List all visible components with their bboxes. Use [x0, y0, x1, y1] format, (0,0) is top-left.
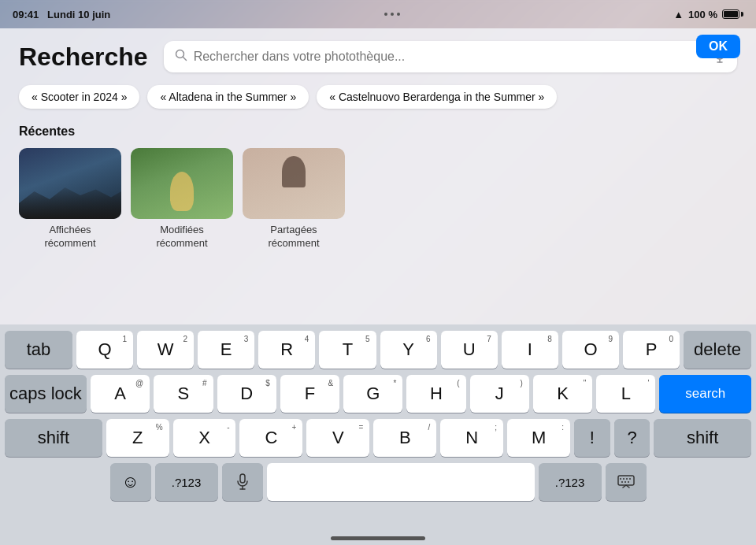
- keyboard: tab 1 Q 2 W 3 E 4 R 5 T 6 Y 7 U: [0, 324, 756, 545]
- key-u[interactable]: 7 U: [441, 331, 498, 369]
- key-o[interactable]: 9 O: [562, 331, 619, 369]
- keyboard-row-3: shift % Z - X + C = V / B ; N : M: [5, 419, 751, 457]
- search-key[interactable]: search: [659, 375, 751, 413]
- delete-key[interactable]: delete: [684, 331, 751, 369]
- key-d[interactable]: $ D: [217, 375, 276, 413]
- key-question[interactable]: ?: [614, 419, 650, 457]
- key-h[interactable]: ( H: [406, 375, 465, 413]
- chip-1[interactable]: « Scooter in 2024 »: [19, 85, 139, 109]
- key-c[interactable]: + C: [239, 419, 302, 457]
- keyboard-row-2: caps lock @ A # S $ D & F * G ( H ) J: [5, 375, 751, 413]
- mic-key[interactable]: [222, 463, 263, 501]
- key-j[interactable]: ) J: [470, 375, 529, 413]
- suggestion-chips: « Scooter in 2024 » « Altadena in the Su…: [19, 85, 737, 109]
- status-bar: 09:41 Lundi 10 juin ▲ 100 %: [0, 0, 756, 28]
- key-v[interactable]: = V: [306, 419, 369, 457]
- list-item[interactable]: Modifiéesrécomment: [131, 148, 233, 250]
- thumbnail-3[interactable]: [243, 148, 345, 219]
- page-title: Recherche: [19, 43, 148, 72]
- key-n[interactable]: ; N: [440, 419, 503, 457]
- search-input[interactable]: [194, 50, 707, 64]
- svg-rect-8: [618, 476, 634, 485]
- key-a[interactable]: @ A: [91, 375, 150, 413]
- key-s[interactable]: # S: [154, 375, 213, 413]
- wifi-icon: ▲: [673, 9, 684, 20]
- status-time-date: 09:41 Lundi 10 juin: [13, 9, 110, 20]
- key-w[interactable]: 2 W: [137, 331, 194, 369]
- thumbnail-label-1: Affichéesrécomment: [44, 224, 95, 250]
- search-icon: [175, 49, 187, 65]
- chip-3[interactable]: « Castelnuovo Berardenga in the Summer »: [317, 85, 557, 109]
- dot-1: [384, 13, 387, 16]
- key-z[interactable]: % Z: [106, 419, 169, 457]
- thumbnail-1[interactable]: [19, 148, 121, 219]
- thumbnail-2[interactable]: [131, 148, 233, 219]
- numbers-key-left[interactable]: .?123: [155, 463, 218, 501]
- title-search-row: Recherche: [19, 41, 737, 72]
- list-item[interactable]: Partagéesrécomment: [243, 148, 345, 250]
- key-l[interactable]: ' L: [596, 375, 655, 413]
- key-p[interactable]: 0 P: [623, 331, 680, 369]
- key-exclaim[interactable]: !: [574, 419, 610, 457]
- chip-2[interactable]: « Altadena in the Summer »: [147, 85, 309, 109]
- svg-rect-5: [240, 474, 245, 483]
- battery-indicator: [722, 9, 743, 19]
- key-e[interactable]: 3 E: [198, 331, 254, 369]
- key-g[interactable]: * G: [343, 375, 402, 413]
- battery-tip: [741, 12, 743, 17]
- search-bar[interactable]: [164, 41, 737, 72]
- numbers-key-right[interactable]: .?123: [539, 463, 602, 501]
- thumbnail-label-3: Partagéesrécomment: [268, 224, 319, 250]
- status-center-dots: [384, 13, 400, 16]
- battery-body: [722, 9, 739, 19]
- thumbnail-label-2: Modifiéesrécomment: [156, 224, 207, 250]
- ok-button[interactable]: OK: [696, 35, 740, 58]
- dot-2: [391, 13, 394, 16]
- space-key[interactable]: [267, 463, 535, 501]
- shift-left-key[interactable]: shift: [5, 419, 102, 457]
- battery-percent: 100 %: [688, 9, 717, 20]
- key-i[interactable]: 8 I: [502, 331, 558, 369]
- key-t[interactable]: 5 T: [319, 331, 376, 369]
- key-m[interactable]: : M: [507, 419, 570, 457]
- tab-key[interactable]: tab: [5, 331, 72, 369]
- keyboard-row-4: ☺ .?123 .?123: [5, 463, 751, 501]
- status-date: Lundi 10 juin: [47, 9, 110, 20]
- keyboard-row-1: tab 1 Q 2 W 3 E 4 R 5 T 6 Y 7 U: [5, 331, 751, 369]
- battery-fill: [724, 11, 738, 17]
- list-item[interactable]: Affichéesrécomment: [19, 148, 121, 250]
- key-k[interactable]: " K: [533, 375, 592, 413]
- thumbnails-row: Affichéesrécomment Modifiéesrécomment Pa…: [19, 148, 737, 250]
- svg-line-1: [183, 57, 186, 61]
- key-r[interactable]: 4 R: [258, 331, 315, 369]
- key-b[interactable]: / B: [373, 419, 436, 457]
- home-indicator: [331, 536, 425, 540]
- dot-3: [397, 13, 400, 16]
- keyboard-dismiss-key[interactable]: [606, 463, 647, 501]
- main-panel: Recherche « Scooter in 2024 » « Alt: [0, 28, 756, 328]
- key-q[interactable]: 1 Q: [76, 331, 133, 369]
- key-y[interactable]: 6 Y: [380, 331, 437, 369]
- recents-label: Récentes: [19, 124, 737, 139]
- status-time: 09:41: [13, 9, 39, 20]
- status-right: ▲ 100 %: [673, 9, 743, 20]
- shift-right-key[interactable]: shift: [654, 419, 751, 457]
- emoji-key[interactable]: ☺: [110, 463, 151, 501]
- caps-lock-key[interactable]: caps lock: [5, 375, 87, 413]
- key-x[interactable]: - X: [173, 419, 236, 457]
- key-f[interactable]: & F: [280, 375, 339, 413]
